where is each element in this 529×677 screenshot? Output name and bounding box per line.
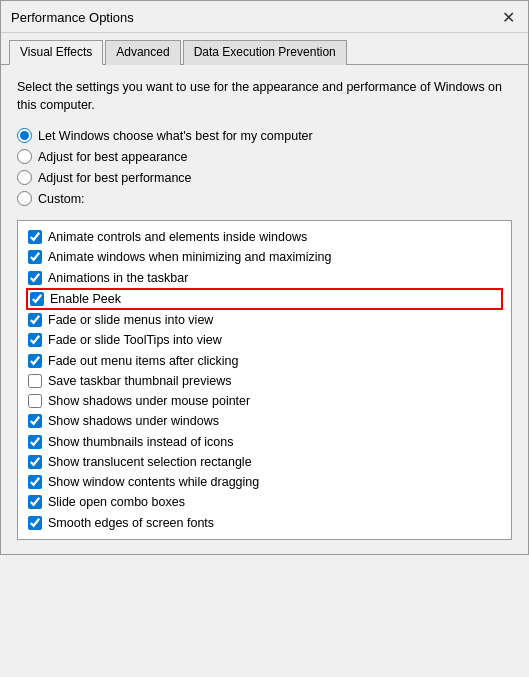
checkbox-label-cb4: Enable Peek (50, 291, 121, 307)
radio-label-best-appearance: Adjust for best appearance (38, 150, 187, 164)
checkbox-label-cb3: Animations in the taskbar (48, 270, 188, 286)
checkbox-item-cb1[interactable]: Animate controls and elements inside win… (26, 227, 503, 247)
tab-bar: Visual Effects Advanced Data Execution P… (1, 33, 528, 65)
radio-group: Let Windows choose what's best for my co… (17, 128, 512, 206)
checkbox-input-cb5[interactable] (28, 313, 42, 327)
tab-data-execution-prevention[interactable]: Data Execution Prevention (183, 40, 347, 65)
radio-input-best-appearance[interactable] (17, 149, 32, 164)
description-text: Select the settings you want to use for … (17, 79, 512, 114)
title-bar: Performance Options ✕ (1, 1, 528, 33)
checkbox-input-cb3[interactable] (28, 271, 42, 285)
checkbox-label-cb14: Slide open combo boxes (48, 494, 185, 510)
close-button[interactable]: ✕ (496, 6, 520, 30)
checkbox-label-cb11: Show thumbnails instead of icons (48, 434, 234, 450)
checkbox-label-cb12: Show translucent selection rectangle (48, 454, 252, 470)
checkbox-input-cb13[interactable] (28, 475, 42, 489)
checkbox-label-cb6: Fade or slide ToolTips into view (48, 332, 222, 348)
radio-best-performance[interactable]: Adjust for best performance (17, 170, 512, 185)
checkbox-input-cb10[interactable] (28, 414, 42, 428)
checkbox-input-cb6[interactable] (28, 333, 42, 347)
checkbox-item-cb9[interactable]: Show shadows under mouse pointer (26, 391, 503, 411)
checkbox-label-cb5: Fade or slide menus into view (48, 312, 213, 328)
checkbox-input-cb9[interactable] (28, 394, 42, 408)
checkbox-item-cb14[interactable]: Slide open combo boxes (26, 492, 503, 512)
radio-let-windows[interactable]: Let Windows choose what's best for my co… (17, 128, 512, 143)
radio-label-let-windows: Let Windows choose what's best for my co… (38, 129, 313, 143)
checkbox-label-cb8: Save taskbar thumbnail previews (48, 373, 231, 389)
checkbox-input-cb4[interactable] (30, 292, 44, 306)
checkbox-item-cb6[interactable]: Fade or slide ToolTips into view (26, 330, 503, 350)
dialog-title: Performance Options (11, 10, 134, 25)
checkbox-input-cb14[interactable] (28, 495, 42, 509)
checkbox-container: Animate controls and elements inside win… (17, 220, 512, 540)
checkbox-item-cb13[interactable]: Show window contents while dragging (26, 472, 503, 492)
checkbox-label-cb9: Show shadows under mouse pointer (48, 393, 250, 409)
checkbox-item-cb2[interactable]: Animate windows when minimizing and maxi… (26, 247, 503, 267)
checkbox-label-cb15: Smooth edges of screen fonts (48, 515, 214, 531)
checkbox-input-cb11[interactable] (28, 435, 42, 449)
checkbox-label-cb2: Animate windows when minimizing and maxi… (48, 249, 331, 265)
checkbox-input-cb15[interactable] (28, 516, 42, 530)
radio-best-appearance[interactable]: Adjust for best appearance (17, 149, 512, 164)
checkbox-input-cb1[interactable] (28, 230, 42, 244)
checkbox-input-cb8[interactable] (28, 374, 42, 388)
checkbox-label-cb1: Animate controls and elements inside win… (48, 229, 307, 245)
checkbox-item-cb12[interactable]: Show translucent selection rectangle (26, 452, 503, 472)
checkbox-item-cb11[interactable]: Show thumbnails instead of icons (26, 432, 503, 452)
checkbox-item-cb4[interactable]: Enable Peek (26, 288, 503, 310)
radio-input-custom[interactable] (17, 191, 32, 206)
checkbox-item-cb7[interactable]: Fade out menu items after clicking (26, 351, 503, 371)
checkbox-input-cb2[interactable] (28, 250, 42, 264)
tab-content: Select the settings you want to use for … (1, 65, 528, 554)
checkbox-item-cb5[interactable]: Fade or slide menus into view (26, 310, 503, 330)
radio-label-custom: Custom: (38, 192, 85, 206)
checkbox-label-cb13: Show window contents while dragging (48, 474, 259, 490)
checkbox-label-cb10: Show shadows under windows (48, 413, 219, 429)
checkbox-item-cb10[interactable]: Show shadows under windows (26, 411, 503, 431)
radio-label-best-performance: Adjust for best performance (38, 171, 192, 185)
tab-visual-effects[interactable]: Visual Effects (9, 40, 103, 65)
radio-custom[interactable]: Custom: (17, 191, 512, 206)
checkbox-item-cb8[interactable]: Save taskbar thumbnail previews (26, 371, 503, 391)
checkbox-item-cb15[interactable]: Smooth edges of screen fonts (26, 513, 503, 533)
tab-advanced[interactable]: Advanced (105, 40, 180, 65)
checkbox-input-cb12[interactable] (28, 455, 42, 469)
checkbox-item-cb3[interactable]: Animations in the taskbar (26, 268, 503, 288)
performance-options-dialog: Performance Options ✕ Visual Effects Adv… (0, 0, 529, 555)
radio-input-let-windows[interactable] (17, 128, 32, 143)
checkbox-label-cb7: Fade out menu items after clicking (48, 353, 238, 369)
radio-input-best-performance[interactable] (17, 170, 32, 185)
checkbox-input-cb7[interactable] (28, 354, 42, 368)
